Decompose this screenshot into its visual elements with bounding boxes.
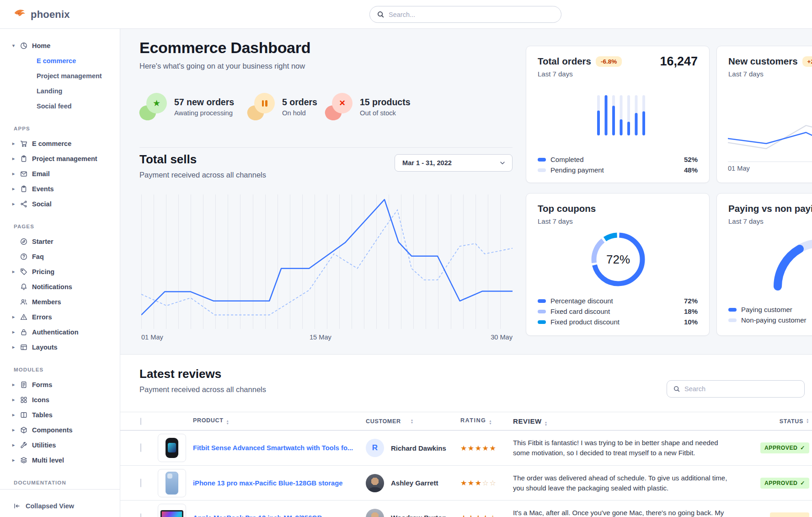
caret-right-icon: ▸ <box>12 382 20 387</box>
caret-right-icon: ▸ <box>12 329 20 334</box>
product-image-macbook[interactable] <box>158 504 186 517</box>
pie-chart-icon <box>20 42 27 49</box>
sidebar-item-members[interactable]: Members <box>0 294 120 309</box>
new-orders-star-icon: ★ <box>139 93 167 120</box>
sidebar-item-icons[interactable]: ▸ Icons <box>0 392 120 407</box>
layers-icon <box>20 457 27 464</box>
reviews-table-header: PRODUCT▲▼ CUSTOMER▲▼ RATING▲▼ REVIEW▲▼ S… <box>120 412 812 431</box>
search-icon <box>673 386 680 392</box>
customer-name: Richard Dawkins <box>391 444 446 452</box>
sidebar-item-multi-level[interactable]: ▸ Multi level <box>0 452 120 468</box>
sort-icon[interactable]: ▲▼ <box>489 420 492 425</box>
stat-out-of-stock: ✕ 15 products Out of stock <box>325 93 411 120</box>
date-range-select[interactable]: Mar 1 - 31, 2022 <box>395 154 513 172</box>
total-orders-value: 16,247 <box>660 54 698 69</box>
check-icon: ✓ <box>800 445 805 451</box>
check-icon: ✓ <box>800 480 805 486</box>
row-checkbox[interactable] <box>140 513 141 517</box>
sidebar-item-events[interactable]: ▸ Events <box>0 181 120 196</box>
caret-right-icon: ▸ <box>12 427 20 432</box>
sidebar-section-documentation: DOCUMENTATION <box>0 475 120 490</box>
sort-icon[interactable]: ▲▼ <box>411 419 414 424</box>
customer-name: Ashley Garrett <box>391 479 438 487</box>
warning-icon <box>20 313 27 321</box>
brand-logo[interactable]: phoenix <box>13 0 70 29</box>
sidebar-item-forms[interactable]: ▸ Forms <box>0 377 120 392</box>
chevron-down-icon <box>499 160 506 166</box>
coupons-donut-chart: 72% <box>591 232 646 287</box>
new-customers-badge: +26.5% <box>802 56 812 67</box>
page-title: Ecommerce Dashboard <box>139 39 310 57</box>
bell-icon <box>20 283 27 291</box>
caret-right-icon: ▸ <box>12 156 20 161</box>
sidebar-item-ecommerce[interactable]: E commerce <box>0 53 120 68</box>
product-image-iphone[interactable] <box>158 469 186 497</box>
new-customers-card: New customers +26.5% Last 7 days 01 May <box>716 46 812 183</box>
product-link[interactable]: Apple MacBook Pro 13 inch-M1-8/256GB <box>193 514 322 517</box>
sidebar-item-faq[interactable]: Faq <box>0 249 120 264</box>
reviews-search-input[interactable] <box>684 385 798 393</box>
sidebar-item-social[interactable]: ▸ Social <box>0 196 120 211</box>
total-sells-lines <box>141 194 513 329</box>
reviews-title: Latest reviews <box>139 367 221 381</box>
brand-name: phoenix <box>31 9 70 21</box>
sidebar-item-components[interactable]: ▸ Components <box>0 422 120 437</box>
total-orders-bar-chart <box>593 95 647 135</box>
total-sells-header: Total sells Payment received across all … <box>139 152 266 179</box>
sidebar-item-project-management[interactable]: Project management <box>0 68 120 83</box>
sidebar-item-pricing[interactable]: ▸ Pricing <box>0 264 120 279</box>
caret-right-icon: ▸ <box>12 201 20 206</box>
wrench-icon <box>20 442 27 449</box>
sidebar-item-layouts[interactable]: ▸ Layouts <box>0 339 120 355</box>
page-subtitle: Here's what's going on at your business … <box>139 62 305 70</box>
sidebar-item-project-management-app[interactable]: ▸ Project management <box>0 151 120 166</box>
sidebar-item-social-feed[interactable]: Social feed <box>0 98 120 113</box>
sidebar-item-authentication[interactable]: ▸ Authentication <box>0 324 120 339</box>
sidebar-item-ecommerce-app[interactable]: ▸ E commerce <box>0 136 120 151</box>
caret-right-icon: ▸ <box>12 442 20 447</box>
global-search[interactable] <box>369 6 561 23</box>
stats-row: ★ 57 new orders Awating processing 5 ord… <box>139 93 514 126</box>
reviews-search[interactable] <box>667 380 805 398</box>
customer-name: Woodrow Burton <box>391 514 446 517</box>
product-link[interactable]: Fitbit Sense Advanced Smartwatch with To… <box>193 444 353 452</box>
out-of-stock-x-icon: ✕ <box>325 93 353 120</box>
coupons-donut-value: 72% <box>591 232 646 287</box>
row-checkbox[interactable] <box>140 443 141 452</box>
product-link[interactable]: iPhone 13 pro max-Pacific Blue-128GB sto… <box>193 479 342 487</box>
new-customers-axis <box>728 162 812 162</box>
product-image-fitbit[interactable] <box>158 434 186 462</box>
caret-right-icon: ▸ <box>12 412 20 417</box>
sidebar-item-tables[interactable]: ▸ Tables <box>0 407 120 422</box>
collapse-icon <box>13 502 21 510</box>
sidebar-item-home[interactable]: ▾ Home <box>0 38 120 53</box>
on-hold-pause-icon <box>247 93 275 120</box>
sidebar-item-errors[interactable]: ▸ Errors <box>0 309 120 324</box>
sidebar-item-notifications[interactable]: Notifications <box>0 279 120 294</box>
search-input[interactable] <box>389 11 554 18</box>
sidebar-item-utilities[interactable]: ▸ Utilities <box>0 437 120 452</box>
review-text: It's a Mac, after all. Once you've gone … <box>513 508 750 517</box>
sort-icon[interactable]: ▲▼ <box>806 418 809 425</box>
compass-icon <box>20 238 27 245</box>
row-checkbox[interactable] <box>140 479 141 487</box>
phoenix-logo-icon <box>13 8 27 22</box>
tag-icon <box>20 268 27 275</box>
sidebar-item-landing[interactable]: Landing <box>0 83 120 98</box>
rating-stars: ★★★★★ <box>460 444 513 452</box>
reviews-subtitle: Payment received across all channels <box>139 385 266 394</box>
collapse-sidebar-button[interactable]: Collapsed View <box>13 502 74 510</box>
stat-new-orders: ★ 57 new orders Awating processing <box>139 93 234 120</box>
sort-icon[interactable]: ▲▼ <box>226 420 229 425</box>
review-text: The order was delivered ahead of schedul… <box>513 473 750 493</box>
sort-icon[interactable]: ▲▼ <box>545 421 548 426</box>
sidebar-item-email[interactable]: ▸ Email <box>0 166 120 181</box>
review-row-3: Apple MacBook Pro 13 inch-M1-8/256GB Woo… <box>120 500 812 517</box>
sidebar-item-starter[interactable]: Starter <box>0 234 120 249</box>
caret-right-icon: ▸ <box>12 345 20 350</box>
avatar <box>366 474 384 492</box>
select-all-checkbox[interactable] <box>140 418 141 425</box>
caret-right-icon: ▸ <box>12 269 20 274</box>
status-badge: APPROVED✓ <box>760 478 809 489</box>
caret-right-icon: ▸ <box>12 186 20 191</box>
